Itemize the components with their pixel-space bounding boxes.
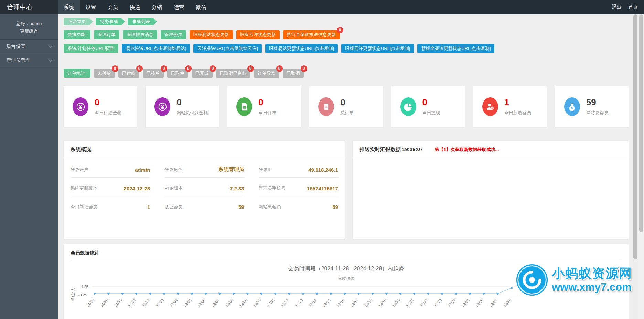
- breadcrumb-item[interactable]: 待办事项: [96, 18, 125, 25]
- system-info-row: 系统更新版本2024-12-28PHP版本7.2.33管理员手机号1557411…: [71, 178, 338, 196]
- count-badge: 0: [247, 65, 254, 72]
- svg-text:12/06: 12/06: [197, 298, 206, 308]
- stat-value: 1: [504, 98, 531, 107]
- quick-actions-row: 快捷功能:管理订单管理推送消息管理会员旧版易达状态更新旧版云洋状态更新执行全渠道…: [64, 30, 629, 39]
- pie-chart-icon: [400, 97, 416, 116]
- y-tick-top: 1.25: [75, 284, 88, 289]
- count-badge: 0: [185, 65, 192, 72]
- topnav-item[interactable]: 运营: [168, 0, 190, 14]
- count-badge: 0: [337, 27, 343, 33]
- svg-text:12/15: 12/15: [322, 298, 331, 308]
- url-copy-button[interactable]: 旧版云洋更新状态URL[点击复制]: [341, 44, 414, 53]
- topnav-item[interactable]: 快递: [124, 0, 146, 14]
- info-value: 15574116817: [307, 185, 338, 191]
- system-info-row: 今日新增会员1认证会员59网站总会员59: [71, 196, 338, 214]
- stat-value: 0: [422, 98, 440, 107]
- svg-text:11/29: 11/29: [99, 298, 109, 307]
- url-copy-button[interactable]: 云洋推送URL[点击复制给云洋]: [193, 44, 261, 53]
- stat-card: 0今日付款金额: [64, 86, 137, 127]
- sidebar: 您好：admin 更新缓存 后台设置管理员管理: [0, 14, 58, 319]
- quick-button[interactable]: 管理订单: [94, 30, 119, 39]
- order-stat-button[interactable]: 已取消0: [283, 69, 304, 78]
- stat-value: 0: [95, 98, 121, 107]
- watermark-line1: 小蚂蚁资源网: [552, 266, 632, 281]
- svg-text:12/03: 12/03: [155, 298, 164, 308]
- inner-scrollbar-thumb[interactable]: [633, 14, 637, 259]
- system-info-cell: 登录账户admin: [71, 159, 150, 178]
- action-button[interactable]: 旧版易达状态更新: [190, 30, 233, 39]
- breadcrumb-item[interactable]: 事项列表: [128, 18, 157, 25]
- logout-link[interactable]: 退出: [612, 4, 621, 10]
- sidebar-item[interactable]: 后台设置: [0, 40, 58, 53]
- refresh-cache-link[interactable]: 更新缓存: [0, 28, 58, 35]
- ant-logo-icon: [516, 264, 548, 296]
- inner-scrollbar[interactable]: [633, 14, 638, 319]
- chart-title: 会员时间段（2024-11-28 - 2024-12-28）内趋势: [288, 266, 404, 272]
- svg-text:12/26: 12/26: [475, 298, 484, 308]
- order-stat-button[interactable]: 已完成0: [192, 69, 213, 78]
- stat-label: 网站总付款金额: [176, 110, 208, 116]
- topnav-item[interactable]: 设置: [80, 0, 102, 14]
- svg-text:11/30: 11/30: [114, 298, 123, 307]
- stat-value: 59: [586, 98, 609, 107]
- breadcrumb-item[interactable]: 后台首页: [64, 18, 93, 25]
- svg-text:12/23: 12/23: [433, 298, 442, 308]
- stat-card-meta: 0今日订单: [258, 98, 276, 116]
- topnav-item[interactable]: 会员: [102, 0, 124, 14]
- info-label: 系统更新版本: [71, 185, 97, 191]
- svg-text:11/28: 11/28: [86, 298, 95, 307]
- svg-text:12/07: 12/07: [211, 298, 220, 308]
- stat-card-meta: 0网站总付款金额: [176, 98, 208, 116]
- url-copy-button[interactable]: 旧版易达更新状态URL[点击复制]: [265, 44, 338, 53]
- info-label: 网站总会员: [259, 204, 281, 210]
- svg-text:12/02: 12/02: [141, 298, 151, 308]
- url-copy-button[interactable]: 新版全渠道更新状态URL[点击复制]: [417, 44, 494, 53]
- system-info-cell: 网站总会员59: [259, 196, 338, 214]
- info-label: 管理员手机号: [259, 185, 286, 191]
- action-button[interactable]: 执行全渠道推送信息更新0: [283, 30, 340, 39]
- stat-card: 0总订单: [309, 86, 383, 127]
- info-value: 59: [332, 204, 338, 210]
- stat-value: 0: [176, 98, 208, 107]
- order-stat-button[interactable]: 已取件0: [167, 69, 188, 78]
- order-stats-row: 订单统计:未付款0已付款0已接单0已取件0已完成0已取消已退款0订单异常0已取消…: [64, 69, 629, 78]
- order-stat-button[interactable]: 未付款0: [94, 69, 115, 78]
- app-title: 管理中心: [0, 0, 58, 14]
- svg-text:12/24: 12/24: [447, 298, 457, 308]
- push-report-title: 推送实时汇报数据: [359, 146, 401, 152]
- url-config-row: 推送/计划任务URL配置:易达推送URL[点击复制给易达]云洋推送URL[点击复…: [64, 44, 629, 53]
- stat-label: 今日提现: [422, 110, 440, 116]
- order-stat-button[interactable]: 已接单0: [143, 69, 164, 78]
- svg-text:12/28: 12/28: [502, 298, 512, 308]
- order-stat-button[interactable]: 已取消已退款0: [216, 69, 250, 78]
- quick-button[interactable]: 管理会员: [161, 30, 186, 39]
- action-button[interactable]: 旧版云洋状态更新: [236, 30, 280, 39]
- sidebar-item-label: 后台设置: [6, 43, 25, 50]
- outer-scrollbar[interactable]: [638, 14, 644, 319]
- chevron-down-icon: [49, 44, 53, 48]
- stat-card: 0今日提现: [391, 86, 465, 127]
- home-link[interactable]: 首页: [628, 4, 638, 10]
- topnav-item[interactable]: 系统: [58, 0, 80, 14]
- info-label: 登录角色: [164, 167, 182, 173]
- stat-card: 1今日新增会员: [473, 86, 547, 127]
- svg-text:12/17: 12/17: [350, 298, 359, 308]
- stat-value: 0: [258, 98, 276, 107]
- sidebar-item[interactable]: 管理员管理: [0, 53, 58, 67]
- outer-scrollbar-thumb[interactable]: [639, 14, 643, 232]
- y-tick-bottom: -0.25: [73, 292, 87, 298]
- order-stat-button[interactable]: 订单异常0: [254, 69, 279, 78]
- greeting-text: 您好：admin: [16, 21, 42, 26]
- info-label: 认证会员: [164, 204, 182, 210]
- stat-label: 网站总会员: [586, 110, 609, 116]
- money-bag-icon: [564, 97, 580, 116]
- watermark: 小蚂蚁资源网 www.xmy7.com: [516, 264, 632, 296]
- top-nav-right: 退出首页: [612, 0, 644, 14]
- quick-button[interactable]: 管理推送消息: [123, 30, 157, 39]
- url-copy-button[interactable]: 易达推送URL[点击复制给易达]: [122, 44, 190, 53]
- info-label: PHP版本: [164, 185, 183, 191]
- svg-text:12/27: 12/27: [489, 298, 498, 308]
- order-stat-button[interactable]: 已付款0: [118, 69, 139, 78]
- topnav-item[interactable]: 分销: [146, 0, 168, 14]
- topnav-item[interactable]: 微信: [190, 0, 212, 14]
